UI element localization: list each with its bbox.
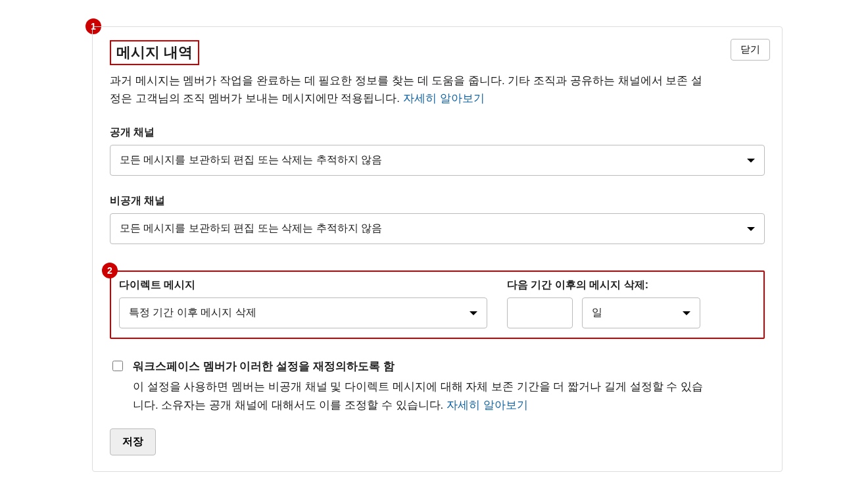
public-channel-field: 공개 채널 모든 메시지를 보관하되 편집 또는 삭제는 추적하지 않음: [110, 126, 765, 176]
override-setting-row: 워크스페이스 멤버가 이러한 설정을 재정의하도록 함 이 설정을 사용하면 멤…: [110, 359, 765, 413]
delete-after-number-input[interactable]: [507, 297, 573, 328]
section-description: 과거 메시지는 멤버가 작업을 완료하는 데 필요한 정보를 찾는 데 도움을 …: [110, 72, 708, 107]
override-description: 이 설정을 사용하면 멤버는 비공개 채널 및 다이렉트 메시지에 대해 자체 …: [133, 378, 705, 413]
chevron-down-icon: [747, 159, 755, 163]
public-channel-label: 공개 채널: [110, 126, 765, 140]
direct-message-selected-value: 특정 기간 이후 메시지 삭제: [129, 306, 256, 320]
chevron-down-icon: [470, 311, 477, 315]
section-title: 메시지 내역: [111, 41, 198, 64]
private-channel-label: 비공개 채널: [110, 194, 765, 208]
public-channel-selected-value: 모든 메시지를 보관하되 편집 또는 삭제는 추적하지 않음: [120, 153, 382, 167]
override-checkbox-label: 워크스페이스 멤버가 이러한 설정을 재정의하도록 함: [133, 359, 705, 374]
direct-message-label: 다이렉트 메시지: [119, 278, 487, 292]
close-button[interactable]: 닫기: [731, 39, 770, 61]
title-highlight-box: 메시지 내역: [110, 40, 199, 65]
save-button[interactable]: 저장: [110, 428, 156, 455]
public-channel-select[interactable]: 모든 메시지를 보관하되 편집 또는 삭제는 추적하지 않음: [110, 145, 765, 176]
learn-more-link[interactable]: 자세히 알아보기: [403, 92, 485, 105]
direct-message-select[interactable]: 특정 기간 이후 메시지 삭제: [119, 297, 487, 328]
private-channel-selected-value: 모든 메시지를 보관하되 편집 또는 삭제는 추적하지 않음: [120, 222, 382, 236]
delete-after-label: 다음 기간 이후의 메시지 삭제:: [507, 278, 756, 292]
private-channel-field: 비공개 채널 모든 메시지를 보관하되 편집 또는 삭제는 추적하지 않음: [110, 194, 765, 244]
override-description-text: 이 설정을 사용하면 멤버는 비공개 채널 및 다이렉트 메시지에 대해 자체 …: [133, 380, 703, 411]
private-channel-select[interactable]: 모든 메시지를 보관하되 편집 또는 삭제는 추적하지 않음: [110, 213, 765, 244]
annotation-badge-2: 2: [102, 263, 118, 278]
delete-after-unit-select[interactable]: 일: [582, 297, 700, 328]
override-learn-more-link[interactable]: 자세히 알아보기: [446, 399, 528, 411]
chevron-down-icon: [747, 227, 755, 231]
chevron-down-icon: [683, 311, 690, 315]
message-history-panel: 닫기 메시지 내역 과거 메시지는 멤버가 작업을 완료하는 데 필요한 정보를…: [92, 26, 783, 472]
delete-after-unit-value: 일: [592, 306, 602, 320]
override-checkbox[interactable]: [112, 361, 123, 371]
direct-message-highlight-box: 2 다이렉트 메시지 특정 기간 이후 메시지 삭제 다음 기간 이후의 메시지…: [110, 270, 765, 339]
